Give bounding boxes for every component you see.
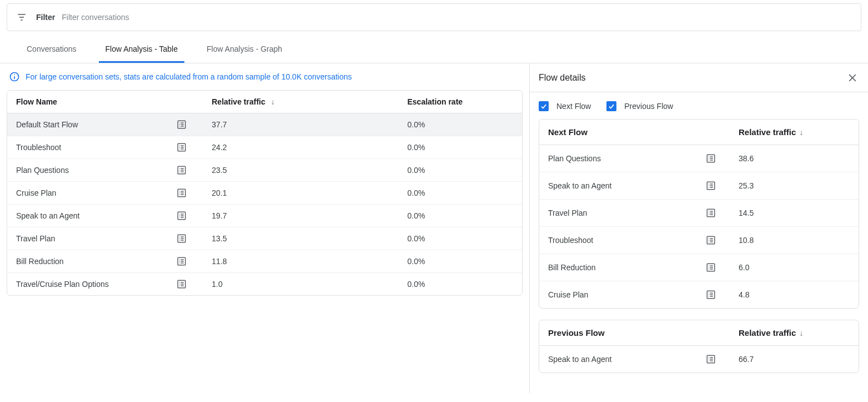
filter-bar: Filter <box>7 3 861 31</box>
row-escalation-rate: 0.0% <box>399 227 523 250</box>
row-flow-name: Travel/Cruise Plan Options <box>16 280 109 289</box>
row-relative-traffic: 38.6 <box>739 154 850 163</box>
row-relative-traffic: 14.5 <box>739 209 850 217</box>
list-icon[interactable] <box>176 165 187 176</box>
table-row[interactable]: Troubleshoot 24.20.0% <box>7 136 522 159</box>
row-escalation-rate: 0.0% <box>399 113 523 136</box>
table-row[interactable]: Travel Plan 13.50.0% <box>7 227 522 250</box>
row-flow-name: Speak to an Agent <box>548 355 611 364</box>
list-icon[interactable] <box>705 207 716 219</box>
svg-point-5 <box>14 74 15 75</box>
row-flow-name: Troubleshoot <box>16 143 61 152</box>
list-icon[interactable] <box>176 187 187 198</box>
checkbox-previous-flow-label: Previous Flow <box>624 102 673 111</box>
close-icon[interactable] <box>846 71 859 85</box>
checkbox-next-flow-label: Next Flow <box>556 102 591 111</box>
row-relative-traffic: 10.8 <box>739 236 850 245</box>
checkbox-previous-flow[interactable]: Previous Flow <box>606 101 673 111</box>
filter-input[interactable] <box>62 13 852 22</box>
list-icon[interactable] <box>176 279 187 290</box>
table-row[interactable]: Cruise Plan 20.10.0% <box>7 182 522 205</box>
previous-flow-header-name[interactable]: Previous Flow <box>548 328 739 338</box>
list-icon[interactable] <box>705 262 716 273</box>
table-row[interactable]: Speak to an Agent 66.7 <box>539 346 859 373</box>
list-icon[interactable] <box>705 180 716 191</box>
row-flow-name: Travel Plan <box>548 209 587 217</box>
row-relative-traffic: 20.1 <box>203 182 398 205</box>
info-banner-text: For large conversation sets, stats are c… <box>26 72 352 81</box>
row-escalation-rate: 0.0% <box>399 273 523 296</box>
list-icon[interactable] <box>705 354 716 365</box>
table-row[interactable]: Default Start Flow 37.70.0% <box>7 113 522 136</box>
next-flow-table: Next Flow Relative traffic ↓ Plan Questi… <box>539 119 859 309</box>
list-icon[interactable] <box>705 235 716 246</box>
left-panel: For large conversation sets, stats are c… <box>0 63 529 393</box>
row-flow-name: Speak to an Agent <box>16 211 79 220</box>
table-row[interactable]: Bill Reduction 11.80.0% <box>7 250 522 273</box>
list-icon[interactable] <box>176 119 187 130</box>
list-icon[interactable] <box>705 153 716 164</box>
col-header-flow-name[interactable]: Flow Name <box>7 91 203 113</box>
checkbox-icon <box>606 101 616 111</box>
table-row[interactable]: Plan Questions 23.50.0% <box>7 159 522 182</box>
sort-desc-icon: ↓ <box>799 329 803 338</box>
row-relative-traffic: 23.5 <box>203 159 398 182</box>
row-relative-traffic: 1.0 <box>203 273 398 296</box>
tab-flow-analysis-graph[interactable]: Flow Analysis - Graph <box>200 36 289 63</box>
list-icon[interactable] <box>176 233 187 244</box>
row-escalation-rate: 0.0% <box>399 182 523 205</box>
info-banner: For large conversation sets, stats are c… <box>0 63 529 90</box>
tab-flow-analysis-table[interactable]: Flow Analysis - Table <box>99 36 184 63</box>
table-row[interactable]: Troubleshoot 10.8 <box>539 227 859 254</box>
next-flow-header-name[interactable]: Next Flow <box>548 127 739 137</box>
previous-flow-header-traffic[interactable]: Relative traffic ↓ <box>739 328 850 338</box>
details-title: Flow details <box>539 73 585 83</box>
table-row[interactable]: Bill Reduction 6.0 <box>539 254 859 281</box>
tabs: Conversations Flow Analysis - Table Flow… <box>0 37 868 63</box>
checkbox-row: Next Flow Previous Flow <box>539 92 859 119</box>
row-relative-traffic: 66.7 <box>739 355 850 364</box>
list-icon[interactable] <box>176 210 187 221</box>
checkbox-icon <box>539 101 549 111</box>
col-header-flow-name-label: Flow Name <box>16 97 57 106</box>
table-row[interactable]: Cruise Plan 4.8 <box>539 281 859 308</box>
table-row[interactable]: Travel/Cruise Plan Options 1.00.0% <box>7 273 522 296</box>
col-header-relative-traffic[interactable]: Relative traffic ↓ <box>203 91 398 113</box>
list-icon[interactable] <box>705 289 716 300</box>
next-flow-header-traffic[interactable]: Relative traffic ↓ <box>739 127 850 137</box>
row-relative-traffic: 6.0 <box>739 263 850 272</box>
row-relative-traffic: 19.7 <box>203 205 398 227</box>
filter-icon <box>16 12 27 23</box>
row-flow-name: Plan Questions <box>548 154 601 163</box>
table-row[interactable]: Plan Questions 38.6 <box>539 145 859 172</box>
row-flow-name: Troubleshoot <box>548 236 593 245</box>
checkbox-next-flow[interactable]: Next Flow <box>539 101 591 111</box>
row-flow-name: Bill Reduction <box>548 263 596 272</box>
next-flow-header-name-label: Next Flow <box>548 127 588 137</box>
previous-flow-header-name-label: Previous Flow <box>548 328 605 338</box>
row-flow-name: Cruise Plan <box>16 188 56 197</box>
sort-desc-icon: ↓ <box>271 97 275 106</box>
table-row[interactable]: Speak to an Agent 19.70.0% <box>7 205 522 227</box>
row-escalation-rate: 0.0% <box>399 250 523 273</box>
row-flow-name: Bill Reduction <box>16 257 64 266</box>
sort-desc-icon: ↓ <box>799 128 803 137</box>
row-flow-name: Cruise Plan <box>548 290 588 299</box>
list-icon[interactable] <box>176 256 187 267</box>
row-flow-name: Speak to an Agent <box>548 181 611 190</box>
row-relative-traffic: 24.2 <box>203 136 398 159</box>
col-header-escalation-rate[interactable]: Escalation rate <box>399 91 523 113</box>
list-icon[interactable] <box>176 142 187 153</box>
row-flow-name: Travel Plan <box>16 234 55 243</box>
tab-conversations[interactable]: Conversations <box>20 36 83 63</box>
filter-label: Filter <box>36 13 55 22</box>
previous-flow-table: Previous Flow Relative traffic ↓ Speak t… <box>539 320 859 373</box>
table-row[interactable]: Travel Plan 14.5 <box>539 200 859 227</box>
table-row[interactable]: Speak to an Agent 25.3 <box>539 172 859 200</box>
row-flow-name: Plan Questions <box>16 166 69 175</box>
col-header-relative-traffic-label: Relative traffic <box>212 97 265 106</box>
col-header-escalation-rate-label: Escalation rate <box>408 97 463 106</box>
flow-table: Flow Name Relative traffic ↓ Escalation … <box>7 90 523 296</box>
flow-details-panel: Flow details Next Flow <box>529 63 868 393</box>
row-relative-traffic: 13.5 <box>203 227 398 250</box>
